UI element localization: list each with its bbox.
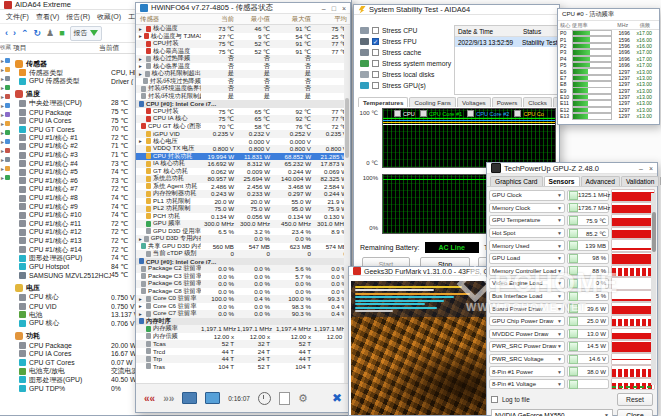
legend-checkbox[interactable] — [420, 110, 427, 117]
tree-node[interactable]: ▸ — [0, 101, 13, 110]
clock-icon[interactable] — [258, 392, 271, 405]
tree-node[interactable]: ▸ — [0, 92, 13, 101]
legend-checkbox[interactable] — [394, 110, 401, 117]
hw-col-2[interactable]: 最小值 — [237, 15, 273, 24]
menu-item[interactable]: 报告(R) — [66, 12, 90, 22]
reset-button[interactable]: Reset — [617, 393, 653, 406]
aida64-nav-tree[interactable]: ▸▸▸▸▸▸▸▸▸▸▸▸▸▸ — [0, 54, 13, 393]
popup-titlebar[interactable]: CPU #0 - 活动频率 — [558, 9, 659, 21]
monitor2-icon[interactable] — [205, 392, 220, 404]
refresh-icon[interactable]: ↻ — [34, 28, 42, 38]
sst-titlebar[interactable]: System Stability Test - AIDA64 — [354, 5, 559, 15]
hw-sensor-row[interactable]: 封装/环境功耗限制超...是是是 — [136, 93, 350, 101]
settings-gear-icon[interactable]: ⚙ — [298, 392, 308, 405]
gpuz-sensor-label[interactable]: MVDDC Power Draw▼ — [489, 329, 565, 340]
tab-advanced[interactable]: Advanced — [581, 176, 620, 186]
hw-col-3[interactable]: 最大值 — [273, 15, 314, 24]
log-to-file-checkbox[interactable] — [491, 396, 498, 403]
gpuz-sensor-label[interactable]: GPU Chip Power Draw▼ — [489, 316, 565, 327]
tab-graphics-card[interactable]: Graphics Card — [490, 176, 543, 186]
gpuz-sensor-label[interactable]: Board Power Draw▼ — [489, 303, 565, 314]
forward-icon[interactable]: › — [13, 28, 16, 38]
chart-icon[interactable]: ■ — [59, 28, 64, 38]
minimize-icon[interactable]: – — [639, 165, 643, 172]
close-toolbar-icon[interactable]: ✖ — [332, 391, 342, 405]
tab-temperatures[interactable]: Temperatures — [358, 97, 408, 107]
hw-col-1[interactable]: 当前 — [201, 15, 237, 24]
tab-validation[interactable]: Validation — [621, 176, 659, 186]
hw-sensor-row[interactable]: 当前 cTDP 级别0000 — [136, 250, 350, 258]
tab-sensors[interactable]: Sensors — [544, 176, 580, 186]
gpuz-sensor-label[interactable]: Hot Spot▼ — [489, 228, 565, 239]
expand-arrows-icon[interactable]: »» — [163, 393, 174, 404]
tree-node[interactable]: ▸ — [0, 119, 13, 128]
legend-checkbox[interactable] — [514, 110, 521, 117]
gpuz-sensor-label[interactable]: 8-Pin #1 Voltage▼ — [489, 379, 565, 390]
hw-sensor-row[interactable]: Tcas52 T32 T52 T — [136, 340, 350, 348]
gpuz-close-button[interactable]: Close — [617, 409, 653, 416]
up-icon[interactable]: ⌃ — [21, 28, 29, 38]
gpuz-sensor-label[interactable]: Memory Controller Load▼ — [489, 266, 565, 277]
tab-cooling-fans[interactable]: Cooling Fans — [409, 97, 455, 107]
stress-checkbox[interactable] — [372, 49, 379, 56]
menu-item[interactable]: 查看(V) — [36, 12, 59, 22]
tree-node[interactable]: ▸ — [0, 128, 13, 137]
tree-node[interactable]: ▸ — [0, 65, 13, 74]
col-value[interactable]: 当前值 — [99, 43, 119, 53]
user-icon[interactable]: ♟ — [46, 28, 54, 38]
report-button[interactable]: 报告 — [70, 26, 102, 41]
tree-node[interactable]: ▸ — [0, 83, 13, 92]
stress-checkbox[interactable] — [372, 60, 379, 67]
tab-clocks[interactable]: Clocks — [523, 97, 552, 107]
collapse-arrows-icon[interactable]: «« — [144, 393, 155, 404]
tree-node[interactable]: ▸ — [0, 164, 13, 173]
minimize-icon[interactable]: – — [322, 5, 326, 12]
stress-checkbox[interactable] — [372, 82, 379, 89]
hw-sensor-row[interactable]: CPU GT 核心 (图形)70 ℃58 ℃76 ℃72 ℃ — [136, 123, 350, 131]
gpuz-sensor-label[interactable]: GPU Temperature▼ — [489, 215, 565, 226]
fav-tab[interactable]: 收藏 — [0, 44, 13, 52]
gpuz-scrollbar[interactable] — [651, 193, 656, 385]
report-page-icon[interactable] — [279, 392, 290, 405]
sst-table-row[interactable]: 2022/9/13 13:52:59 Stability Test — [455, 37, 557, 47]
stress-checkbox[interactable]: ✓ — [372, 38, 379, 45]
gpuz-titlebar[interactable]: TechPowerUp GPU-Z 2.48.0 – × — [487, 163, 657, 174]
tree-node[interactable]: ▸ — [0, 146, 13, 155]
gpuz-sensor-label[interactable]: GPU Load▼ — [489, 253, 565, 264]
gpuz-sensor-label[interactable]: GPU Clock▼ — [489, 190, 565, 201]
sst-status-table[interactable]: Date & Time Status 2022/9/13 13:52:59 St… — [454, 25, 558, 95]
tree-node[interactable]: ▸ — [0, 137, 13, 146]
hwinfo-titlebar[interactable]: HWiNFO64 v7.27-4805 - 传感器状态 – □ × — [136, 3, 350, 14]
back-icon[interactable]: ‹ — [5, 28, 8, 38]
maximize-icon[interactable]: □ — [332, 5, 336, 12]
gpuz-sensor-label[interactable]: Video Engine Load▼ — [489, 278, 565, 289]
hw-sensor-row[interactable]: Tras104 T52 T104 T — [136, 363, 350, 371]
legend-checkbox[interactable] — [467, 110, 474, 117]
close-icon[interactable]: × — [342, 5, 346, 12]
hw-col-4[interactable]: 平均 — [314, 15, 350, 24]
gpuz-sensor-label[interactable]: 8-Pin #1 Power▼ — [489, 366, 565, 377]
stress-checkbox[interactable] — [372, 27, 379, 34]
menu-item[interactable]: 收藏(O) — [97, 12, 121, 22]
tab-voltages[interactable]: Voltages — [457, 97, 491, 107]
stress-checkbox[interactable] — [372, 71, 379, 78]
hw-sensor-row[interactable]: Trp44 T24 T44 T — [136, 355, 350, 363]
gpuz-sensor-label[interactable]: Bus Interface Load▼ — [489, 291, 565, 302]
gpuz-sensor-label[interactable]: PWR_SRC Voltage▼ — [489, 354, 565, 365]
tree-node[interactable]: ▸ — [0, 56, 13, 65]
tree-node[interactable]: ▸ — [0, 173, 13, 182]
tree-node[interactable]: ▸ — [0, 74, 13, 83]
gpu-select-dropdown[interactable]: NVIDIA GeForce MX550 ▼ — [491, 409, 613, 416]
hw-sensor-row[interactable]: 内存倍频12.00 x12.00 x12.00 x12.00 x — [136, 333, 350, 341]
col-item[interactable]: 项目 — [13, 43, 99, 53]
gpuz-sensor-label[interactable]: Memory Clock▼ — [489, 203, 565, 214]
menu-item[interactable]: 文件(F) — [6, 12, 29, 22]
tab-powers[interactable]: Powers — [492, 97, 523, 107]
hw-col-0[interactable]: 传感器 — [136, 15, 201, 24]
monitor-icon[interactable] — [182, 392, 197, 404]
tree-node[interactable]: ▸ — [0, 110, 13, 119]
gpuz-sensor-label[interactable]: Memory Used▼ — [489, 240, 565, 251]
close-icon[interactable]: × — [649, 165, 653, 172]
tree-node[interactable]: ▸ — [0, 155, 13, 164]
gpuz-sensor-label[interactable]: PWR_SRC Power Draw▼ — [489, 341, 565, 352]
